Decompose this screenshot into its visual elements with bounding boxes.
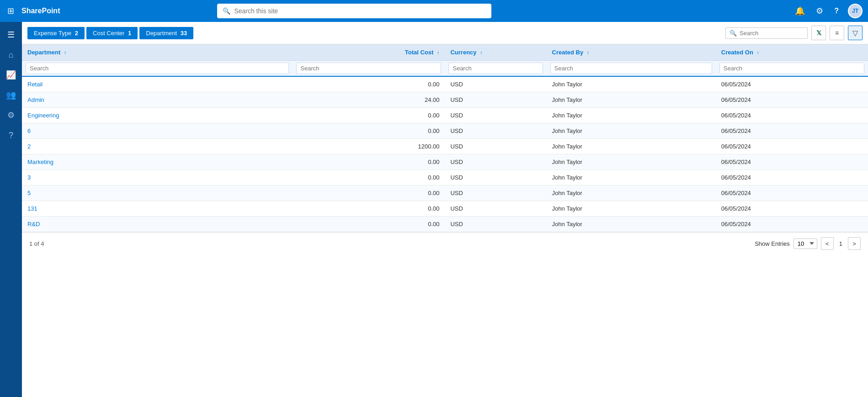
search-currency[interactable]: [448, 63, 543, 74]
cell-created-by: John Taylor: [547, 170, 716, 185]
cell-currency: USD: [445, 217, 546, 232]
people-icon: 👥: [6, 90, 16, 100]
tab-cost-center[interactable]: Cost Center 1: [86, 27, 138, 39]
sidebar-item-analytics[interactable]: 📈: [2, 66, 20, 84]
sidebar: ☰ ⌂ 📈 👥 ⚙ ?: [0, 22, 22, 397]
search-created-by[interactable]: [550, 63, 712, 74]
page-info: 1 of 4: [29, 240, 44, 247]
cell-created-by: John Taylor: [547, 201, 716, 217]
cell-created-by: John Taylor: [547, 123, 716, 139]
next-page-button[interactable]: >: [848, 237, 861, 250]
tab-expense-type[interactable]: Expense Type 2: [27, 27, 85, 39]
cell-total-cost: 24.00: [293, 92, 445, 108]
filter-button[interactable]: ▽: [848, 26, 863, 40]
sort-arrow-cost: ↑: [437, 50, 440, 55]
cell-total-cost: 0.00: [293, 108, 445, 123]
col-department[interactable]: Department ↑: [22, 44, 293, 61]
table-footer: 1 of 4 Show Entries 10 25 50 100 < 1 >: [22, 232, 868, 254]
top-navigation: ⊞ SharePoint 🔍 🔔 ⚙ ? JT: [0, 0, 868, 22]
sidebar-item-people[interactable]: 👥: [2, 86, 20, 104]
filter-icon: ▽: [852, 29, 858, 37]
prev-page-button[interactable]: <: [821, 237, 834, 250]
menu-icon: ☰: [7, 30, 15, 40]
cell-department[interactable]: Engineering: [22, 108, 293, 123]
table-search-icon: 🔍: [730, 30, 737, 37]
table-search-input[interactable]: [740, 30, 804, 37]
cell-created-on: 06/05/2024: [716, 76, 868, 92]
cell-currency: USD: [445, 123, 546, 139]
entries-select[interactable]: 10 25 50 100: [793, 238, 817, 249]
cell-total-cost: 0.00: [293, 201, 445, 217]
cell-currency: USD: [445, 76, 546, 92]
cell-created-on: 06/05/2024: [716, 139, 868, 154]
cell-created-by: John Taylor: [547, 92, 716, 108]
site-search-input[interactable]: [234, 7, 486, 15]
filter-tabs-bar: Expense Type 2 Cost Center 1 Department …: [22, 22, 868, 44]
col-created-on[interactable]: Created On ↑: [716, 44, 868, 61]
cell-created-by: John Taylor: [547, 154, 716, 170]
cell-department[interactable]: 131: [22, 201, 293, 217]
table-row: 6 0.00 USD John Taylor 06/05/2024: [22, 123, 868, 139]
col-created-by[interactable]: Created By ↑: [547, 44, 716, 61]
current-page: 1: [837, 240, 844, 247]
table-row: Retail 0.00 USD John Taylor 06/05/2024: [22, 76, 868, 92]
cell-created-by: John Taylor: [547, 108, 716, 123]
cell-department[interactable]: 3: [22, 170, 293, 185]
cell-department[interactable]: Retail: [22, 76, 293, 92]
search-total-cost[interactable]: [296, 63, 441, 74]
cell-currency: USD: [445, 92, 546, 108]
cell-total-cost: 1200.00: [293, 139, 445, 154]
table-header-row: Department ↑ Total Cost ↑ Currency ↑ Cre…: [22, 44, 868, 61]
cell-department[interactable]: R&D: [22, 217, 293, 232]
cell-created-on: 06/05/2024: [716, 123, 868, 139]
cell-department[interactable]: 6: [22, 123, 293, 139]
col-total-cost[interactable]: Total Cost ↑: [293, 44, 445, 61]
settings-icon[interactable]: ⚙: [814, 4, 825, 18]
site-search-box[interactable]: 🔍: [217, 4, 491, 18]
sidebar-item-settings[interactable]: ⚙: [2, 106, 20, 124]
search-department[interactable]: [26, 63, 289, 74]
export-excel-button[interactable]: 𝕏: [811, 26, 826, 40]
cell-created-on: 06/05/2024: [716, 170, 868, 185]
column-settings-button[interactable]: ≡: [830, 26, 844, 40]
home-icon: ⌂: [9, 50, 14, 60]
sidebar-item-home[interactable]: ⌂: [2, 46, 20, 64]
tab-department[interactable]: Department 33: [139, 27, 193, 39]
cell-department[interactable]: Admin: [22, 92, 293, 108]
search-created-on[interactable]: [719, 63, 864, 74]
cell-created-by: John Taylor: [547, 76, 716, 92]
table-search-box[interactable]: 🔍: [725, 27, 808, 39]
notifications-icon[interactable]: 🔔: [793, 4, 807, 18]
expense-type-count: 2: [75, 30, 78, 37]
columns-icon: ≡: [835, 29, 839, 37]
main-layout: ☰ ⌂ 📈 👥 ⚙ ? Expense Type 2 Cost Center: [0, 22, 868, 397]
main-content: Expense Type 2 Cost Center 1 Department …: [22, 22, 868, 397]
cell-department[interactable]: 5: [22, 185, 293, 201]
table-row: Admin 24.00 USD John Taylor 06/05/2024: [22, 92, 868, 108]
cell-created-by: John Taylor: [547, 139, 716, 154]
cell-created-on: 06/05/2024: [716, 154, 868, 170]
sidebar-item-menu[interactable]: ☰: [2, 26, 20, 44]
cell-created-on: 06/05/2024: [716, 201, 868, 217]
cell-total-cost: 0.00: [293, 185, 445, 201]
sort-arrow-created-on: ↑: [756, 50, 759, 55]
cell-created-by: John Taylor: [547, 185, 716, 201]
cell-department[interactable]: 2: [22, 139, 293, 154]
expense-type-label: Expense Type: [34, 30, 71, 37]
column-search-row: [22, 61, 868, 77]
cell-created-by: John Taylor: [547, 217, 716, 232]
sidebar-item-help[interactable]: ?: [2, 126, 20, 144]
waffle-icon[interactable]: ⊞: [5, 4, 16, 18]
toolbar-actions: 🔍 𝕏 ≡ ▽: [725, 26, 863, 40]
pagination-controls: Show Entries 10 25 50 100 < 1 >: [755, 237, 861, 250]
cell-currency: USD: [445, 108, 546, 123]
col-currency[interactable]: Currency ↑: [445, 44, 546, 61]
table-row: 2 1200.00 USD John Taylor 06/05/2024: [22, 139, 868, 154]
cell-department[interactable]: Marketing: [22, 154, 293, 170]
cell-created-on: 06/05/2024: [716, 92, 868, 108]
cost-center-label: Cost Center: [93, 30, 124, 37]
help-icon[interactable]: ?: [832, 5, 841, 17]
sort-arrow-currency: ↑: [480, 50, 483, 55]
cell-total-cost: 0.00: [293, 76, 445, 92]
avatar[interactable]: JT: [848, 4, 863, 18]
